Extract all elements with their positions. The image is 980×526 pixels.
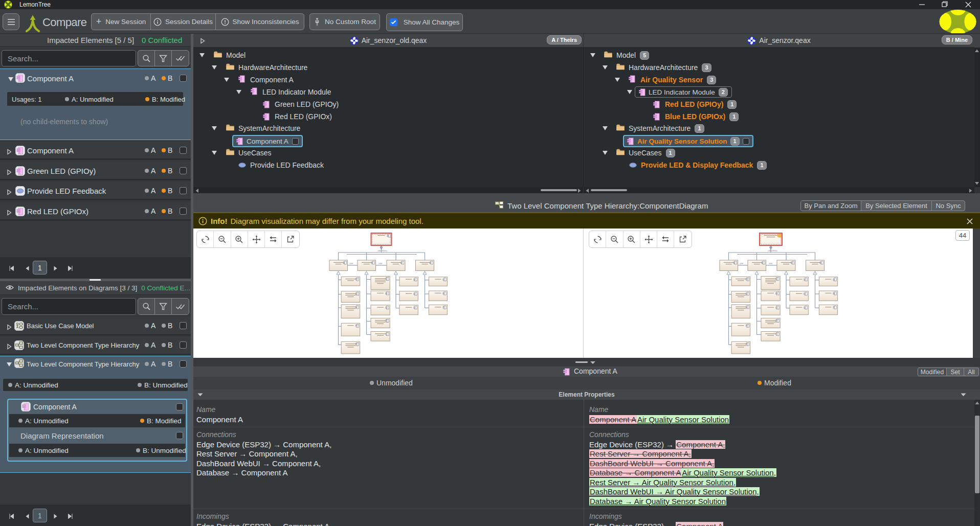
svg-text:use: use [349,262,353,265]
svg-text:use: use [769,262,773,265]
svg-text:use: use [378,262,383,265]
svg-text:use: use [740,262,744,265]
svg-text:«access»: «access» [377,249,388,252]
svg-text:«access»: «access» [768,249,778,252]
